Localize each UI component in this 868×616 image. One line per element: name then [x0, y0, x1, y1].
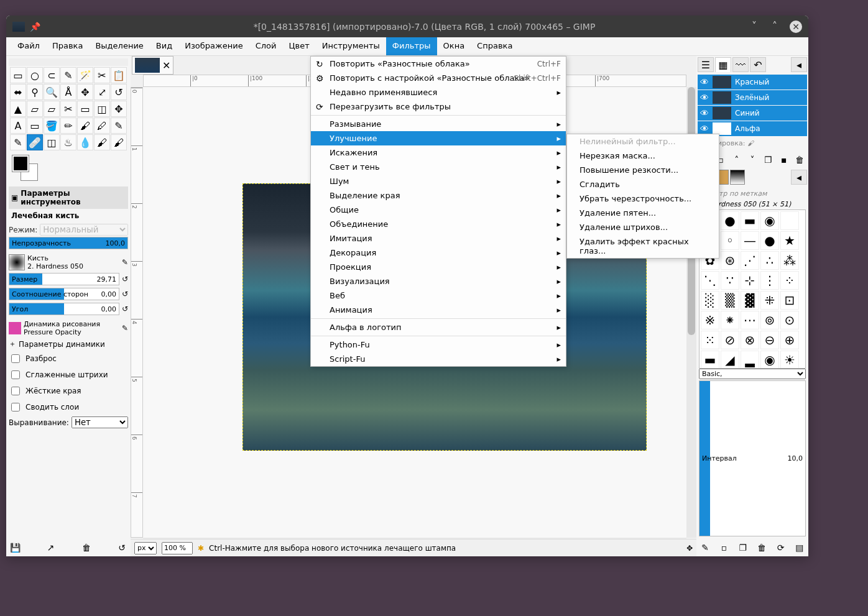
- tool-2[interactable]: ⊂: [44, 67, 60, 83]
- nav-icon[interactable]: ✥: [686, 544, 693, 553]
- brush-cell[interactable]: ※: [701, 311, 719, 329]
- edit-brush-icon[interactable]: ✎: [699, 541, 711, 554]
- eye-icon[interactable]: 👁: [700, 108, 709, 118]
- brush-cell[interactable]: ●: [760, 231, 779, 250]
- paths-tab[interactable]: 〰: [732, 57, 749, 72]
- filter-menu-item[interactable]: Веб▸: [311, 288, 566, 303]
- enhance-menu-item[interactable]: Сгладить: [567, 177, 719, 191]
- menu-правка[interactable]: Правка: [46, 37, 89, 55]
- filter-menu-item[interactable]: Имитация▸: [311, 231, 566, 246]
- tool-25[interactable]: 🖌: [77, 117, 93, 134]
- brush-cell[interactable]: ◉: [760, 211, 779, 230]
- restore-options-icon[interactable]: ↗: [44, 541, 57, 554]
- enhance-menu-item[interactable]: Повышение резкости...: [567, 163, 719, 177]
- scatter-checkbox[interactable]: Разброс: [9, 351, 128, 367]
- tool-27[interactable]: ✎: [111, 117, 127, 134]
- dock-menu-icon[interactable]: ◂: [791, 57, 807, 72]
- tool-11[interactable]: ✥: [77, 84, 93, 100]
- tool-24[interactable]: ✏: [60, 117, 76, 134]
- tool-16[interactable]: ▱: [44, 101, 60, 117]
- tool-8[interactable]: ⚲: [27, 84, 43, 100]
- brush-cell[interactable]: ⁘: [780, 271, 799, 290]
- size-slider[interactable]: Размер 29,71: [9, 273, 119, 285]
- tool-9[interactable]: 🔍: [44, 84, 60, 100]
- brush-cell[interactable]: ⊙: [780, 311, 799, 329]
- brush-cell[interactable]: ⋮: [760, 271, 779, 290]
- tool-20[interactable]: ✥: [111, 101, 127, 117]
- align-select[interactable]: Нет: [72, 416, 128, 428]
- enhance-menu-item[interactable]: Удалить эффект красных глаз...: [567, 234, 719, 258]
- angle-slider[interactable]: Угол 0,00: [9, 303, 119, 315]
- brush-cell[interactable]: ⊛: [721, 251, 739, 270]
- delete-channel-icon[interactable]: 🗑: [793, 154, 806, 166]
- filter-menu-item[interactable]: Свет и тень▸: [311, 160, 566, 174]
- close-button[interactable]: ✕: [790, 21, 802, 33]
- dynamics-params-expander[interactable]: ＋Параметры динамики: [9, 338, 128, 351]
- tool-15[interactable]: ▱: [27, 101, 43, 117]
- tool-12[interactable]: ⤢: [94, 84, 110, 100]
- interval-slider[interactable]: Интервал 10,0: [699, 380, 806, 537]
- brush-cell[interactable]: ▓: [741, 291, 759, 310]
- tool-21[interactable]: A: [10, 117, 26, 134]
- eye-icon[interactable]: 👁: [700, 124, 709, 134]
- menu-выделение[interactable]: Выделение: [89, 37, 149, 55]
- reset-aspect-icon[interactable]: ↺: [122, 290, 128, 298]
- brush-cell[interactable]: ⋱: [701, 271, 719, 290]
- tool-23[interactable]: 🪣: [44, 117, 60, 134]
- brush-cell[interactable]: ⁜: [760, 291, 779, 310]
- brush-cell[interactable]: ⋰: [741, 251, 759, 270]
- filter-menu-item[interactable]: Python-Fu▸: [311, 338, 566, 352]
- image-tab[interactable]: ✕: [132, 56, 173, 75]
- enhance-menu-item[interactable]: Удаление пятен...: [567, 206, 719, 220]
- brush-cell[interactable]: ⊡: [780, 291, 799, 310]
- filter-menu-item[interactable]: Проекция▸: [311, 260, 566, 274]
- filter-menu-item[interactable]: Размывание▸: [311, 117, 566, 131]
- pin-icon[interactable]: 📌: [30, 22, 40, 32]
- brush-cell[interactable]: ☀: [780, 351, 799, 369]
- filter-menu-item[interactable]: Декорация▸: [311, 246, 566, 260]
- layers-tab[interactable]: ☰: [698, 57, 714, 72]
- enhance-menu-item[interactable]: Убрать черезстрочность...: [567, 191, 719, 206]
- menu-цвет[interactable]: Цвет: [282, 37, 315, 55]
- brush-cell[interactable]: ●: [721, 211, 739, 230]
- menu-изображение[interactable]: Изображение: [178, 37, 249, 55]
- brush-cell[interactable]: ⊗: [741, 331, 759, 349]
- opacity-slider[interactable]: Непрозрачность 100,0: [9, 237, 128, 249]
- brush-cell[interactable]: ⋯: [741, 311, 759, 329]
- save-options-icon[interactable]: 💾: [9, 541, 21, 554]
- menu-справка[interactable]: Справка: [471, 37, 519, 55]
- open-brush-icon[interactable]: ▤: [793, 541, 806, 554]
- filter-menu-item[interactable]: Визуализация▸: [311, 274, 566, 288]
- new-brush-icon[interactable]: ▫: [718, 541, 730, 554]
- tool-31[interactable]: ♨: [60, 134, 76, 150]
- tool-30[interactable]: ◫: [44, 134, 60, 150]
- brush-cell[interactable]: ▬: [741, 211, 759, 230]
- menu-слой[interactable]: Слой: [249, 37, 283, 55]
- hard-edges-checkbox[interactable]: Жёсткие края: [9, 383, 128, 399]
- brush-cell[interactable]: ▂: [741, 351, 759, 369]
- brush-cell[interactable]: ▬: [701, 351, 719, 369]
- tool-13[interactable]: ↺: [111, 84, 127, 100]
- channel-Красный[interactable]: 👁Красный: [698, 75, 807, 90]
- brush-cell[interactable]: ⊘: [721, 331, 739, 349]
- brush-cell[interactable]: ◦: [721, 231, 739, 250]
- tool-34[interactable]: 🖌: [111, 134, 127, 150]
- brush-cell[interactable]: ⊕: [780, 331, 799, 349]
- raise-channel-icon[interactable]: ˄: [731, 154, 743, 166]
- filter-menu-item[interactable]: ⟳Перезагрузить все фильтры: [311, 99, 566, 114]
- duplicate-channel-icon[interactable]: ❐: [762, 154, 774, 166]
- brush-cell[interactable]: ⁙: [701, 331, 719, 349]
- dynamics-icon[interactable]: [9, 322, 21, 334]
- filter-menu-item[interactable]: Альфа в логотип▸: [311, 320, 566, 334]
- tool-10[interactable]: Å: [60, 84, 76, 100]
- tool-33[interactable]: 🖌: [94, 134, 110, 150]
- fg-color[interactable]: [12, 155, 29, 172]
- tool-5[interactable]: ✂: [94, 67, 110, 83]
- color-picker[interactable]: [12, 155, 37, 180]
- menu-вид[interactable]: Вид: [150, 37, 178, 55]
- lower-channel-icon[interactable]: ˅: [746, 154, 759, 166]
- brush-cell[interactable]: ◢: [721, 351, 739, 369]
- brush-cell[interactable]: ★: [780, 231, 799, 250]
- zoom-input[interactable]: [162, 542, 193, 554]
- channel-to-sel-icon[interactable]: ▪: [778, 154, 790, 166]
